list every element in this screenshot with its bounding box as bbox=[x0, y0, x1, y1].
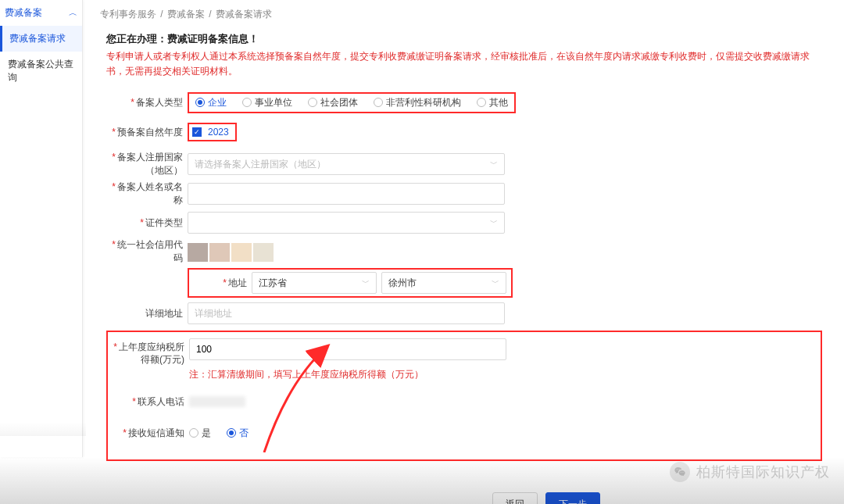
back-button[interactable]: 返回 bbox=[492, 492, 538, 504]
label-tax: 上年度应纳税所得额(万元) bbox=[119, 341, 184, 365]
input-detail-addr[interactable] bbox=[188, 302, 505, 324]
select-placeholder: 请选择备案人注册国家（地区） bbox=[195, 158, 326, 171]
chevron-down-icon: ﹀ bbox=[492, 277, 499, 288]
year-value: 2023 bbox=[205, 127, 229, 138]
chevron-down-icon: ﹀ bbox=[490, 217, 498, 228]
label-id-type: 证件类型 bbox=[145, 217, 183, 228]
radio-sms-yes[interactable]: 是 bbox=[189, 427, 211, 440]
label-phone: 联系人电话 bbox=[138, 396, 184, 407]
sidebar-item-filing-request[interactable]: 费减备案请求 bbox=[0, 26, 82, 52]
radio-sms-no[interactable]: 否 bbox=[227, 427, 249, 440]
city-value: 徐州市 bbox=[388, 277, 417, 290]
breadcrumb-item[interactable]: 专利事务服务 bbox=[100, 9, 156, 20]
radio-social[interactable]: 社会团体 bbox=[308, 96, 358, 109]
next-button[interactable]: 下一步 bbox=[545, 492, 600, 504]
type-radio-group: 企业 事业单位 社会团体 非营利性科研机构 其他 bbox=[191, 95, 513, 111]
province-value: 江苏省 bbox=[259, 277, 287, 290]
label-sms: 接收短信通知 bbox=[128, 427, 184, 438]
watermark-text: 柏斯特国际知识产权 bbox=[696, 463, 830, 481]
select-reg-country[interactable]: 请选择备案人注册国家（地区） ﹀ bbox=[188, 153, 505, 175]
select-id-type[interactable]: ﹀ bbox=[188, 212, 505, 234]
credit-code-value bbox=[188, 243, 274, 262]
label-year: 预备案自然年度 bbox=[117, 127, 183, 138]
sidebar-item-label: 费减备案公共查询 bbox=[8, 59, 73, 83]
checkbox-year-2023[interactable]: 2023 bbox=[192, 127, 229, 138]
tax-hint: 注：汇算清缴期间，填写上上年度应纳税所得额（万元） bbox=[189, 368, 424, 381]
input-tax[interactable] bbox=[189, 338, 506, 360]
chevron-up-icon: ︿ bbox=[69, 7, 77, 19]
label-reg-country: 备案人注册国家（地区） bbox=[117, 152, 183, 176]
notice-title: 您正在办理：费减证明备案信息！ bbox=[106, 32, 822, 46]
radio-institution[interactable]: 事业单位 bbox=[242, 96, 292, 109]
radio-other[interactable]: 其他 bbox=[477, 96, 508, 109]
label-type: 备案人类型 bbox=[136, 97, 183, 108]
main-content: 专利事务服务 / 费减备案 / 费减备案请求 您正在办理：费减证明备案信息！ 专… bbox=[83, 0, 844, 457]
select-province[interactable]: 江苏省 ﹀ bbox=[252, 272, 377, 294]
chevron-down-icon: ﹀ bbox=[490, 159, 498, 170]
breadcrumb: 专利事务服务 / 费减备案 / 费减备案请求 bbox=[84, 0, 844, 29]
phone-value-redacted bbox=[189, 396, 245, 407]
label-detail-addr: 详细地址 bbox=[145, 308, 183, 319]
sidebar: 费减备案 ︿ 费减备案请求 费减备案公共查询 bbox=[0, 0, 83, 457]
sidebar-header[interactable]: 费减备案 ︿ bbox=[0, 0, 82, 26]
chevron-down-icon: ﹀ bbox=[362, 277, 370, 288]
notice-warning: 专利申请人或者专利权人通过本系统选择预备案自然年度，提交专利收费减缴证明备案请求… bbox=[106, 49, 822, 79]
sidebar-item-public-query[interactable]: 费减备案公共查询 bbox=[0, 52, 82, 91]
select-city[interactable]: 徐州市 ﹀ bbox=[381, 272, 506, 294]
radio-nonprofit[interactable]: 非营利性科研机构 bbox=[374, 96, 461, 109]
watermark: 柏斯特国际知识产权 bbox=[670, 462, 830, 482]
sidebar-item-label: 费减备案请求 bbox=[9, 33, 66, 44]
label-addr: 地址 bbox=[228, 277, 247, 288]
radio-enterprise[interactable]: 企业 bbox=[195, 96, 227, 109]
breadcrumb-item: 费减备案请求 bbox=[216, 9, 272, 20]
label-name: 备案人姓名或名称 bbox=[117, 181, 183, 206]
wechat-icon bbox=[670, 462, 690, 482]
input-name[interactable] bbox=[188, 183, 505, 205]
breadcrumb-item[interactable]: 费减备案 bbox=[167, 9, 205, 20]
sidebar-header-label: 费减备案 bbox=[5, 6, 42, 20]
label-credit-code: 统一社会信用代码 bbox=[117, 239, 183, 263]
